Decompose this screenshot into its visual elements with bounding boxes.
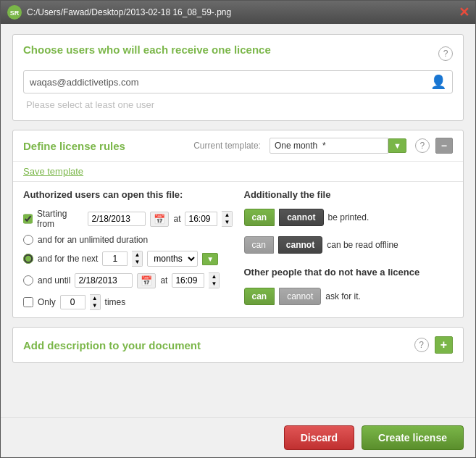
- only-row: Only ▲ ▼ times: [23, 294, 233, 310]
- license-help-icon[interactable]: ?: [415, 138, 430, 153]
- next-num-input[interactable]: [102, 251, 128, 266]
- next-months-row: and for the next ▲ ▼ months days years ▼: [23, 251, 233, 267]
- users-help-icon[interactable]: ?: [438, 46, 453, 61]
- printed-text: be printed.: [328, 212, 369, 222]
- starting-time-down[interactable]: ▼: [222, 219, 231, 226]
- offline-text: can be read offline: [327, 240, 398, 250]
- until-time-up[interactable]: ▲: [209, 273, 219, 280]
- times-label: times: [105, 297, 126, 307]
- svg-text:SR: SR: [10, 9, 20, 17]
- next-num-spinner: ▲ ▼: [132, 251, 143, 267]
- footer: Discard Create license: [1, 417, 475, 457]
- until-calendar-icon[interactable]: 📅: [137, 273, 156, 288]
- next-num-up[interactable]: ▲: [132, 251, 142, 259]
- printed-cannot-btn[interactable]: cannot: [279, 209, 323, 226]
- until-radio[interactable]: [23, 275, 33, 286]
- offline-can-btn[interactable]: can: [244, 236, 274, 254]
- description-help-icon[interactable]: ?: [414, 338, 429, 352]
- current-template-label: Current template:: [193, 141, 261, 151]
- at-label1: at: [173, 214, 180, 224]
- discard-button[interactable]: Discard: [284, 425, 354, 450]
- next-label: and for the next: [38, 254, 98, 264]
- until-time-spinner: ▲ ▼: [209, 272, 220, 288]
- months-select[interactable]: months days years: [147, 251, 198, 267]
- license-header: Define license rules Current template: ▼…: [13, 130, 463, 162]
- main-window: SR C:/Users/Fawad/Desktop/2013-02-18 16_…: [0, 0, 476, 458]
- only-num-input[interactable]: [60, 295, 85, 309]
- description-section: Add description to your document ? +: [12, 327, 464, 363]
- starting-from-checkbox[interactable]: [23, 214, 33, 224]
- additionally-heading: Additionally the file: [244, 189, 454, 200]
- starting-calendar-icon[interactable]: 📅: [150, 212, 169, 227]
- ask-cannot-btn[interactable]: cannot: [279, 288, 321, 305]
- add-description-btn[interactable]: +: [435, 336, 453, 354]
- unlimited-label: and for an unlimited duration: [38, 235, 148, 245]
- until-label: and until: [38, 275, 70, 286]
- app-logo: SR: [7, 4, 22, 20]
- other-people-label: Other people that do not have a licence: [244, 267, 454, 278]
- starting-time-up[interactable]: ▲: [222, 212, 231, 219]
- until-time-down[interactable]: ▼: [209, 280, 219, 288]
- ask-row: can cannot ask for it.: [244, 288, 454, 305]
- users-section: Choose users who will each receive one l…: [12, 34, 464, 121]
- unlimited-radio[interactable]: [23, 235, 33, 245]
- only-num-up[interactable]: ▲: [90, 295, 100, 302]
- license-body: Authorized users can open this file: Sta…: [13, 182, 463, 317]
- create-license-button[interactable]: Create license: [362, 425, 464, 450]
- only-label: Only: [38, 297, 56, 307]
- window-title: C:/Users/Fawad/Desktop/2013-02-18 16_08_…: [27, 7, 459, 17]
- starting-from-label: Starting from: [37, 209, 83, 229]
- until-time-input[interactable]: [172, 273, 204, 288]
- license-section: Define license rules Current template: ▼…: [12, 130, 464, 318]
- starting-date-input[interactable]: [88, 212, 146, 226]
- at-label2: at: [160, 275, 167, 286]
- add-user-icon[interactable]: 👤: [430, 74, 446, 90]
- content-area: Choose users who will each receive one l…: [1, 24, 475, 417]
- offline-cannot-btn[interactable]: cannot: [278, 236, 322, 254]
- printed-row: can cannot be printed.: [244, 209, 454, 226]
- until-row: and until 📅 at ▲ ▼: [23, 272, 233, 288]
- template-select-wrap: ▼: [270, 138, 406, 154]
- authorized-heading: Authorized users can open this file:: [23, 189, 233, 200]
- only-checkbox[interactable]: [23, 297, 33, 307]
- starting-from-row: Starting from 📅 at ▲ ▼: [23, 209, 233, 229]
- close-button[interactable]: ✕: [459, 6, 469, 19]
- save-template-link[interactable]: Save template: [13, 162, 463, 182]
- user-input-row: 👤: [23, 70, 453, 93]
- only-num-down[interactable]: ▼: [90, 302, 100, 309]
- template-input[interactable]: [270, 138, 388, 154]
- remove-template-btn[interactable]: −: [435, 138, 453, 154]
- offline-row: can cannot can be read offline: [244, 236, 454, 254]
- starting-time-input[interactable]: [185, 212, 217, 226]
- months-dropdown-btn[interactable]: ▼: [202, 253, 218, 265]
- license-left: Authorized users can open this file: Sta…: [23, 189, 233, 310]
- next-num-down[interactable]: ▼: [132, 259, 142, 266]
- users-heading: Choose users who will each receive one l…: [23, 43, 271, 56]
- unlimited-row: and for an unlimited duration: [23, 235, 233, 245]
- only-num-spinner: ▲ ▼: [90, 294, 101, 310]
- ask-can-btn[interactable]: can: [244, 288, 275, 305]
- license-heading: Define license rules: [23, 140, 188, 152]
- starting-time-spinner: ▲ ▼: [222, 211, 232, 227]
- template-dropdown-btn[interactable]: ▼: [388, 138, 406, 153]
- description-heading: Add description to your document: [23, 339, 412, 351]
- license-right: Additionally the file can cannot be prin…: [244, 189, 454, 310]
- printed-can-btn[interactable]: can: [244, 209, 275, 226]
- next-months-radio[interactable]: [23, 254, 33, 264]
- ask-text: ask for it.: [325, 291, 361, 301]
- user-email-input[interactable]: [30, 77, 430, 88]
- user-placeholder: Please select at least one user: [23, 98, 453, 112]
- titlebar: SR C:/Users/Fawad/Desktop/2013-02-18 16_…: [1, 1, 475, 24]
- until-date-input[interactable]: [75, 273, 133, 288]
